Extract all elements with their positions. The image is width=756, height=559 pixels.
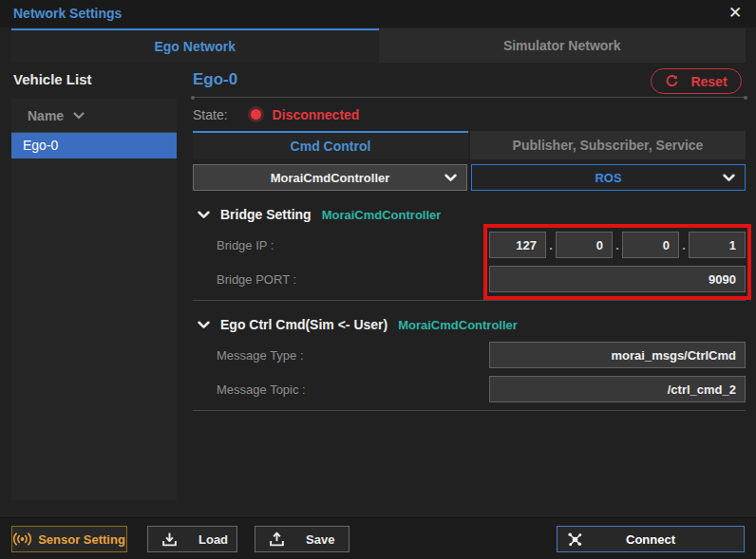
network-type-dropdown-value: ROS <box>595 171 621 185</box>
load-label: Load <box>198 532 228 547</box>
message-type-label: Message Type : <box>193 348 489 363</box>
upload-icon <box>269 531 285 548</box>
bridge-ip-fields: . . . <box>489 232 746 258</box>
chevron-down-icon <box>198 211 210 219</box>
bridge-ip-octet-2[interactable] <box>556 232 613 258</box>
sensor-setting-button[interactable]: Sensor Setting <box>11 526 127 552</box>
network-tab-bar: Ego Network Simulator Network <box>11 28 746 63</box>
divider <box>193 410 746 411</box>
message-type-row: Message Type : <box>193 342 746 368</box>
bridge-port-row: Bridge PORT : <box>193 266 746 292</box>
vehicle-list-panel: Name Ego-0 <box>11 99 177 500</box>
name-header-label: Name <box>28 108 64 123</box>
state-value: Disconnected <box>273 107 360 122</box>
bridge-setting-subtitle: MoraiCmdController <box>322 208 442 222</box>
network-nodes-icon <box>567 531 583 548</box>
bridge-port-label: Bridge PORT : <box>193 272 489 287</box>
controller-dropdown-value: MoraiCmdController <box>271 171 390 185</box>
chevron-down-icon <box>198 321 210 329</box>
bridge-setting-title: Bridge Setting <box>220 207 312 222</box>
ego-ctrl-cmd-title: Ego Ctrl Cmd(Sim <- User) <box>220 317 387 332</box>
bridge-ip-octet-3[interactable] <box>622 232 679 258</box>
bridge-setting-header[interactable]: Bridge Setting MoraiCmdController <box>193 203 746 226</box>
ip-dot: . <box>682 238 686 252</box>
chevron-down-icon <box>723 174 735 182</box>
vehicle-heading: Ego-0 <box>193 70 237 89</box>
ip-dot: . <box>549 238 553 252</box>
status-dot-icon <box>251 109 261 120</box>
bridge-setting-body: Bridge IP : . . . Bridge PORT : <box>193 232 746 292</box>
title-bar: Network Settings ✕ <box>0 0 756 28</box>
close-icon[interactable]: ✕ <box>725 3 746 24</box>
network-type-dropdown[interactable]: ROS <box>471 164 746 191</box>
vehicle-list-title: Vehicle List <box>13 71 92 87</box>
tab-ego-network-label: Ego Network <box>154 39 236 54</box>
vehicle-list-item-label: Ego-0 <box>23 138 58 153</box>
connect-button[interactable]: Connect <box>557 526 745 552</box>
vehicle-list-item-ego-0[interactable]: Ego-0 <box>11 133 177 158</box>
divider <box>193 97 746 98</box>
download-icon <box>161 531 178 548</box>
bridge-port-field[interactable] <box>489 266 746 292</box>
chevron-down-icon <box>444 174 457 182</box>
network-settings-dialog: Network Settings ✕ Ego Network Simulator… <box>0 0 756 559</box>
message-topic-label: Message Topic : <box>193 382 489 397</box>
reset-label: Reset <box>690 74 727 89</box>
dialog-title: Network Settings <box>13 6 122 21</box>
bridge-ip-row: Bridge IP : . . . <box>193 232 746 258</box>
bridge-ip-label: Bridge IP : <box>193 238 489 252</box>
tab-cmd-control-label: Cmd Control <box>291 139 371 154</box>
connect-label: Connect <box>558 532 744 547</box>
tab-simulator-network-label: Simulator Network <box>503 38 621 53</box>
control-subtab-bar: Cmd Control Publisher, Subscriber, Servi… <box>193 131 746 159</box>
ego-ctrl-cmd-body: Message Type : Message Topic : <box>193 342 746 402</box>
sensor-setting-label: Sensor Setting <box>38 532 125 547</box>
ego-ctrl-cmd-header[interactable]: Ego Ctrl Cmd(Sim <- User) MoraiCmdContro… <box>193 313 746 336</box>
divider <box>193 300 746 301</box>
controller-dropdown[interactable]: MoraiCmdController <box>193 164 467 191</box>
refresh-icon <box>665 74 679 88</box>
load-button[interactable]: Load <box>147 526 237 552</box>
vehicle-list-name-header[interactable]: Name <box>11 99 177 133</box>
state-row: State: Disconnected <box>193 98 746 131</box>
tab-simulator-network[interactable]: Simulator Network <box>379 28 747 63</box>
bridge-ip-octet-1[interactable] <box>489 232 546 258</box>
message-type-field[interactable] <box>489 342 746 368</box>
ego-ctrl-cmd-subtitle: MoraiCmdController <box>398 318 518 332</box>
dropdown-row: MoraiCmdController ROS <box>193 164 746 191</box>
vehicle-heading-row: Ego-0 Reset <box>193 63 746 97</box>
ego-network-panel: Ego-0 Reset State: Disconnected Cmd Cont… <box>193 63 746 515</box>
broadcast-icon <box>13 532 31 546</box>
ip-dot: . <box>615 238 619 252</box>
chevron-down-icon <box>73 112 85 120</box>
footer-bar: Sensor Setting Load Save <box>0 517 756 559</box>
tab-cmd-control[interactable]: Cmd Control <box>193 131 468 159</box>
message-topic-field[interactable] <box>489 376 746 402</box>
message-topic-row: Message Topic : <box>193 376 746 402</box>
save-label: Save <box>306 532 334 547</box>
tab-ego-network[interactable]: Ego Network <box>11 28 379 63</box>
tab-publisher-subscriber-service[interactable]: Publisher, Subscriber, Service <box>470 131 746 159</box>
save-button[interactable]: Save <box>255 526 350 552</box>
reset-button[interactable]: Reset <box>651 68 742 94</box>
state-label: State: <box>193 107 228 122</box>
tab-publisher-label: Publisher, Subscriber, Service <box>513 138 704 153</box>
bridge-ip-octet-4[interactable] <box>689 232 746 258</box>
